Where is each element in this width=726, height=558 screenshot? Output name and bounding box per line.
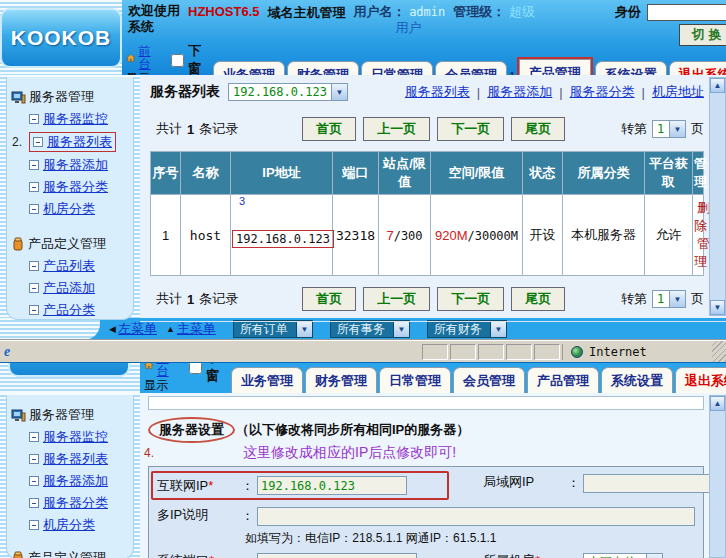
cell-port: 32318 [333, 195, 379, 276]
sidebar-item-server-category[interactable]: 服务器分类 [11, 176, 133, 198]
orders-select[interactable]: 所有订单 ▼ [233, 320, 313, 338]
goto-page-select[interactable]: 1 ▼ [652, 120, 686, 138]
collapse-icon[interactable] [29, 498, 39, 508]
port-input[interactable] [257, 553, 417, 558]
sidebar-item-product-add[interactable]: 产品添加 [11, 277, 133, 299]
chevron-down-icon[interactable]: ▼ [296, 321, 312, 337]
username-label: 用户名： [354, 4, 406, 19]
page-title: 服务器列表 [150, 83, 220, 101]
sidebar-item-server-category[interactable]: 服务器分类 [11, 492, 133, 514]
collapse-icon[interactable] [29, 432, 39, 442]
prev-page-button[interactable]: 上一页 [363, 117, 430, 141]
first-page-button[interactable]: 首页 [302, 117, 356, 141]
chevron-down-icon[interactable]: ▼ [490, 321, 506, 337]
prev-page-button[interactable]: 上一页 [363, 287, 430, 311]
last-page-button[interactable]: 尾页 [511, 117, 565, 141]
sidebar-item-server-monitor[interactable]: 服务器监控 [11, 108, 133, 130]
collapse-icon[interactable] [29, 204, 39, 214]
chevron-down-icon[interactable]: ▼ [331, 84, 347, 100]
logo-button[interactable]: KOOKOB [0, 8, 122, 68]
delete-link[interactable]: 删除 [694, 200, 710, 233]
status-cell [478, 344, 504, 360]
manage-link[interactable]: 管理 [694, 236, 710, 269]
cell-manage: 删除 管理 [693, 195, 704, 276]
link-server-list[interactable]: 服务器列表 [405, 83, 470, 101]
last-page-button[interactable]: 尾页 [511, 287, 565, 311]
left-menu-toggle[interactable]: ◀ 左菜单 [109, 320, 157, 338]
sidebar-item-server-list[interactable]: 2. 服务器列表 [11, 130, 133, 154]
identity-input[interactable] [647, 4, 726, 21]
chevron-down-icon[interactable]: ▼ [669, 121, 685, 137]
chevron-down-icon[interactable]: ▼ [646, 554, 662, 558]
next-page-button[interactable]: 下一页 [437, 287, 504, 311]
collapse-icon[interactable] [29, 520, 39, 530]
screen: KOOKOB 欢迎使用 系统 HZHOST6.5 域名主机管理 用户名： adm… [0, 0, 726, 558]
scrollbar-vertical[interactable]: ▲ [709, 395, 726, 558]
scroll-up-icon[interactable]: ▲ [710, 396, 725, 411]
collapse-icon[interactable] [29, 261, 39, 271]
collapse-icon[interactable] [29, 305, 39, 315]
user-block: 用户名： admin 用户 [354, 3, 446, 35]
goto-page-select[interactable]: 1 ▼ [652, 290, 686, 308]
scroll-down-icon[interactable]: ▼ [710, 300, 725, 315]
collapse-icon[interactable] [29, 114, 39, 124]
internet-ip-input[interactable] [257, 476, 407, 495]
scrollbar-vertical[interactable]: ▲ ▼ [709, 77, 726, 316]
sidebar-item-room-category[interactable]: 机房分类 [11, 198, 133, 220]
front-link[interactable]: 前台 [157, 363, 173, 379]
product-icon [11, 551, 25, 558]
header: KOOKOB 欢迎使用 系统 HZHOST6.5 域名主机管理 用户名： adm… [0, 0, 726, 75]
sidebar-item-product-category[interactable]: 产品分类 [11, 299, 133, 320]
main-menu-toggle[interactable]: ▲ 主菜单 [166, 320, 216, 338]
sidebar-item-server-add[interactable]: 服务器添加 [11, 154, 133, 176]
collapse-icon[interactable] [29, 454, 39, 464]
sidebar-group-products-title: 产品定义管理 [28, 549, 106, 558]
link-server-category[interactable]: 服务器分类 [570, 83, 635, 101]
transactions-select[interactable]: 所有事务 ▼ [330, 320, 410, 338]
server-select[interactable]: 192.168.0.123 ▼ [228, 83, 348, 101]
server-icon [11, 409, 26, 422]
ie-icon: e [4, 344, 10, 360]
tab-exit[interactable]: 退出系统 [675, 367, 726, 393]
multi-ip-label: 多IP说明 [157, 507, 241, 523]
chevron-down-icon[interactable]: ▼ [669, 291, 685, 307]
cell-platform: 允许 [645, 195, 693, 276]
tab-daily[interactable]: 日常管理 [379, 367, 451, 393]
sidebar-item-product-list[interactable]: 产品列表 [11, 255, 133, 277]
chevron-down-icon[interactable]: ▼ [393, 321, 409, 337]
tab-finance[interactable]: 财务管理 [305, 367, 377, 393]
sidebar-item-server-add[interactable]: 服务器添加 [11, 470, 133, 492]
first-page-button[interactable]: 首页 [302, 287, 356, 311]
sidebar-item-server-list[interactable]: 服务器列表 [11, 448, 133, 470]
scroll-up-icon[interactable]: ▲ [710, 78, 725, 93]
logo-area: KOOKOB [0, 0, 122, 75]
sidebar-item-room-category[interactable]: 机房分类 [11, 514, 133, 536]
window-top: KOOKOB 欢迎使用 系统 HZHOST6.5 域名主机管理 用户名： adm… [0, 0, 726, 362]
multi-ip-input[interactable] [257, 507, 695, 526]
lower-window-block: 下窗 [171, 42, 201, 78]
next-page-button[interactable]: 下一页 [437, 117, 504, 141]
sidebar-item-server-monitor[interactable]: 服务器监控 [11, 426, 133, 448]
collapse-icon[interactable] [29, 182, 39, 192]
tab-member[interactable]: 会员管理 [453, 367, 525, 393]
product-desc: 域名主机管理 [268, 3, 346, 22]
finance-select[interactable]: 所有财务 ▼ [427, 320, 507, 338]
collapse-icon[interactable] [29, 160, 39, 170]
front-link[interactable]: 前台 [139, 45, 155, 73]
collapse-icon[interactable] [33, 137, 43, 147]
link-server-add[interactable]: 服务器添加 [487, 83, 552, 101]
status-cell [450, 344, 476, 360]
tab-business[interactable]: 业务管理 [231, 367, 303, 393]
lower-window-checkbox[interactable] [189, 363, 202, 374]
status-cell [506, 344, 532, 360]
resize-grip[interactable] [712, 341, 726, 362]
room-select[interactable]: 中国电信 ▼ [583, 553, 663, 558]
tab-product[interactable]: 产品管理 [527, 367, 599, 393]
lower-window-checkbox[interactable] [171, 54, 184, 67]
room-label: 所属机房* [483, 553, 567, 558]
collapse-icon[interactable] [29, 283, 39, 293]
lan-ip-input[interactable] [583, 474, 726, 493]
collapse-icon[interactable] [29, 476, 39, 486]
tab-settings[interactable]: 系统设置 [601, 367, 673, 393]
link-room-address[interactable]: 机房地址 [652, 83, 704, 101]
